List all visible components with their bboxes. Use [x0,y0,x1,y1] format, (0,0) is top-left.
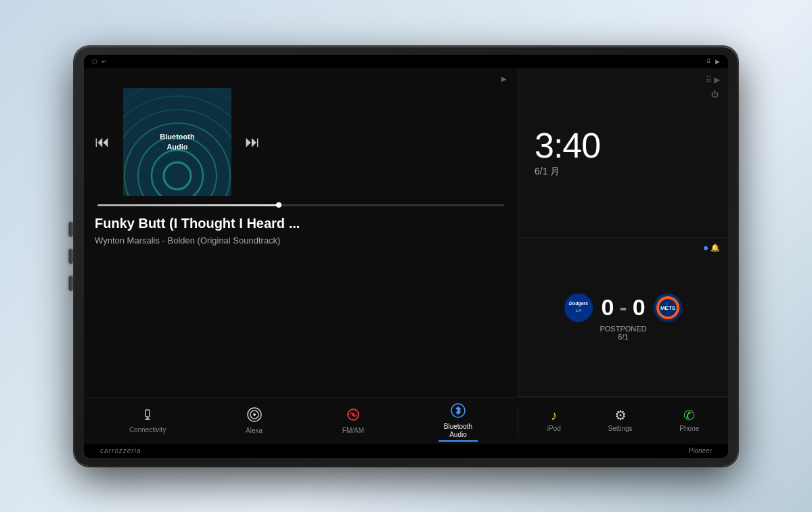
mute-icon[interactable]: 🔔 [710,243,720,252]
album-label: Bluetooth Audio [160,131,194,152]
song-title: Funky Butt (I Thought I Heard ... [95,216,507,231]
svg-point-8 [564,294,593,322]
screen: ⬡ ↩ ⠿ ▶ ▶ ⏮ [84,55,728,458]
bluetooth-indicator [704,246,708,250]
right-panel: ⠿ ▶ ⏻ 3:40 6/1 月 🔔 Dodgers [518,68,728,397]
side-btn-2[interactable] [69,249,73,264]
nav-item-bluetooth-audio[interactable]: BluetoothAudio [438,400,478,442]
svg-text:Dodgers: Dodgers [569,301,589,306]
nav-label-fmam: FM/AM [342,427,364,435]
dots-menu-icon[interactable]: ⠿ ▶ [706,75,720,85]
top-status-bar: ⬡ ↩ ⠿ ▶ [84,55,728,68]
nav-label-connectivity: Connectivity [129,426,166,434]
home-score: 0 [601,294,614,321]
prev-button[interactable]: ⏮ [95,133,110,151]
progress-dot [276,202,281,208]
away-score: 0 [633,294,646,321]
side-buttons [69,222,73,291]
nav-item-alexa[interactable]: Alexa [240,404,268,438]
main-content: ▶ ⏮ [84,68,728,397]
score-status: POSTPONED 6/1 [600,325,646,341]
arrow-icon: ▶ [715,58,720,65]
svg-text:LA: LA [576,308,582,312]
progress-bar[interactable] [97,204,504,206]
svg-rect-15 [145,410,150,417]
mets-logo: METS [654,294,682,322]
settings-icon: ⚙ [614,409,627,422]
return-icon: ↩ [102,58,107,65]
album-area: ⏮ [95,88,507,196]
brand-bar: carrozzeria Pioneer [84,444,728,458]
music-player-panel: ▶ ⏮ [84,68,518,397]
brand-carrozzeria: carrozzeria [100,447,141,455]
fmam-icon [346,407,361,424]
progress-fill [97,204,280,206]
nav-item-fmam[interactable]: FM/AM [337,404,369,438]
nav-item-ipod[interactable]: ♪ iPod [542,406,566,436]
nav-label-alexa: Alexa [246,427,263,435]
progress-area[interactable] [95,204,507,206]
bottom-navigation: Connectivity Alexa [84,397,728,444]
grid-icon: ⠿ [706,58,711,65]
bluetooth-icon [451,403,466,420]
music-play-icon: ▶ [501,75,507,83]
dodgers-logo: Dodgers LA [564,294,593,322]
side-btn-3[interactable] [69,276,73,291]
album-art: Bluetooth Audio [123,88,231,196]
nav-label-phone: Phone [679,425,699,433]
svg-text:METS: METS [660,305,675,311]
next-button[interactable]: ⏭ [245,133,260,151]
score-separator: - [619,294,627,321]
cast-icon: ⬡ [92,58,97,65]
clock-date: 6/1 月 [535,166,560,178]
brand-pioneer: Pioneer [689,447,712,455]
nav-item-connectivity[interactable]: Connectivity [124,405,171,437]
nav-label-ipod: iPod [547,425,561,433]
car-display-unit: ⬡ ↩ ⠿ ▶ ▶ ⏮ [74,47,738,466]
ipod-icon: ♪ [551,409,558,422]
svg-point-22 [352,413,355,416]
power-icon[interactable]: ⏻ [711,90,719,98]
nav-label-bluetooth-audio: BluetoothAudio [444,423,472,439]
phone-icon: ✆ [683,409,695,422]
score-row: Dodgers LA 0 - 0 [564,294,681,322]
clock-time: 3:40 [535,128,600,163]
score-widget: 🔔 Dodgers LA 0 - [518,238,728,397]
svg-point-20 [253,413,256,416]
side-btn-1[interactable] [69,222,73,237]
song-artist: Wynton Marsalis - Bolden (Original Sound… [95,235,507,246]
clock-widget: ⠿ ▶ ⏻ 3:40 6/1 月 [518,68,728,238]
nav-item-settings[interactable]: ⚙ Settings [602,406,637,436]
nav-left: Connectivity Alexa [84,400,518,442]
nav-item-phone[interactable]: ✆ Phone [674,406,704,436]
nav-label-settings: Settings [608,425,632,433]
nav-right: ♪ iPod ⚙ Settings ✆ Phone [518,406,728,436]
alexa-icon [247,407,262,424]
connectivity-icon [141,408,154,423]
